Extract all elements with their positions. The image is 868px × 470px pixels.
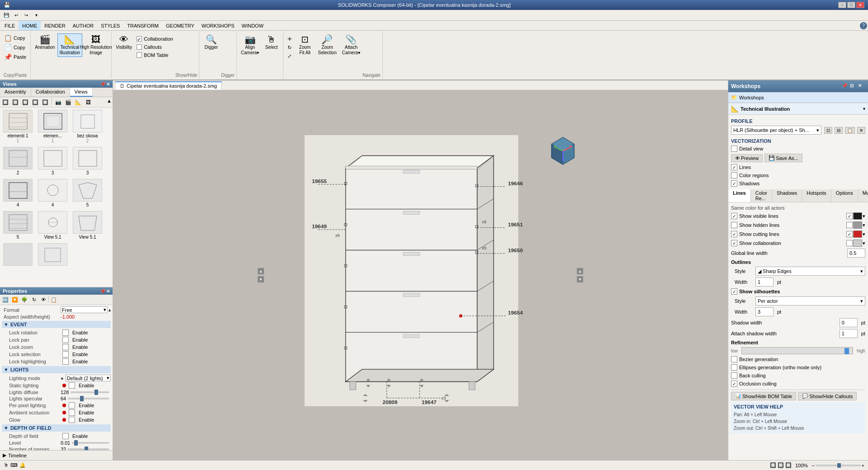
menu-workshops[interactable]: WORKSHOPS (198, 21, 238, 30)
view-item-4b[interactable]: 4 (36, 178, 70, 209)
sil-width-input[interactable] (755, 307, 774, 316)
backculling-check[interactable] (731, 372, 737, 379)
statusbar-zoom-slider-area[interactable]: − + (811, 463, 864, 468)
cutting-color-check[interactable] (846, 231, 853, 237)
view-item-3b[interactable]: 3 (71, 146, 104, 177)
views-tb-btn2[interactable]: 🔲 (11, 98, 20, 106)
tab-views[interactable]: Views (70, 88, 93, 97)
dolly-btn[interactable]: ⤢ (285, 52, 294, 60)
refinement-slider[interactable] (741, 347, 853, 354)
menu-author[interactable]: AUTHOR (69, 21, 97, 30)
preview-btn[interactable]: 👁 Preview (731, 154, 763, 162)
views-pin-btn[interactable]: 📌 (100, 82, 105, 87)
section-lights[interactable]: ▼ LIGHTS (2, 366, 111, 373)
props-refresh-btn[interactable]: ↻ (29, 296, 38, 304)
timeline-bar[interactable]: ▶ Timeline (0, 450, 113, 460)
refinement-thumb[interactable] (844, 348, 849, 354)
perpixel-check[interactable] (69, 402, 75, 409)
close-btn[interactable]: ✕ (856, 2, 864, 8)
glow-check[interactable] (69, 417, 75, 423)
profile-icons-btn2[interactable]: ⊟ (835, 127, 843, 134)
view-item-2a[interactable]: 2 (1, 146, 35, 177)
ellipses-check[interactable] (731, 364, 737, 371)
detail-view-check[interactable] (731, 146, 737, 152)
zoom-fitall-btn[interactable]: ⊡ ZoomFit All (295, 33, 315, 57)
lightingmode-dropdown[interactable]: Default (2 lights) ▾ (66, 375, 111, 381)
lightsspecular-slider[interactable] (68, 398, 109, 400)
views-tb-btn4[interactable]: 🔲 (31, 98, 40, 106)
show-hide-callouts-btn[interactable]: 💬 Show/Hide Callouts (798, 392, 857, 400)
zoom-selection-btn[interactable]: 🔎 ZoomSelection (316, 33, 339, 57)
occlusionculling-check[interactable] (731, 381, 737, 387)
doflevel-slider[interactable] (72, 442, 109, 444)
workshops-header-btns[interactable]: 📌 ⊡ ✕ (842, 83, 865, 89)
high-res-image-btn[interactable]: 🖼 High ResolutionImage (82, 33, 109, 57)
views-header-btns[interactable]: 📌 ✕ (100, 82, 110, 87)
view-item-3a[interactable]: 3 (36, 146, 70, 177)
select-btn[interactable]: 🖱 Select (261, 33, 281, 52)
visible-color-swatch[interactable] (853, 212, 862, 220)
visible-color-arrow[interactable]: ▾ (863, 213, 865, 219)
hidden-color-dropdown[interactable]: ▾ (846, 221, 865, 229)
menu-geometry[interactable]: GEOMETRY (162, 21, 198, 30)
ws-tab-color[interactable]: Color Re... (751, 189, 772, 202)
views-tb-btn6[interactable]: 📷 (54, 98, 63, 106)
shadows-check[interactable] (731, 180, 737, 187)
lockrotation-check[interactable] (62, 329, 69, 336)
help-icon[interactable]: ? (860, 22, 867, 29)
visibility-btn[interactable]: 👁 Visibility (113, 33, 134, 52)
viewport-tab-main[interactable]: 🗋 Cipelar eventualna kasnija dorada-2.sm… (115, 81, 222, 89)
lockselection-check[interactable] (62, 351, 69, 357)
profile-icons-btn1[interactable]: ⊡ (824, 127, 832, 134)
global-lw-input[interactable] (847, 249, 865, 258)
menu-styles[interactable]: STYLES (97, 21, 123, 30)
nav-left-btn[interactable]: ▲ (258, 268, 264, 274)
bezier-check[interactable] (731, 356, 737, 362)
attach-shadow-input[interactable] (840, 329, 858, 338)
saveas-btn[interactable]: 💾 Save As... (764, 154, 802, 162)
nav-right-btn[interactable]: ▲ (577, 268, 583, 274)
show-collab-check[interactable] (731, 240, 737, 246)
format-expand-btn[interactable]: ▴ (108, 307, 111, 312)
view-item-5b[interactable]: 5 (1, 210, 35, 241)
staticlighting-check[interactable] (69, 382, 75, 389)
profile-icons-btn4[interactable]: ✕ (857, 127, 865, 134)
menu-file[interactable]: FILE (1, 21, 19, 30)
align-camera-btn[interactable]: 📷 AlignCamera▾ (239, 33, 262, 57)
ws-tab-multiple[interactable]: Multiple (858, 189, 868, 202)
lightsdiffuse-slider[interactable] (71, 391, 109, 393)
pan-btn[interactable]: ✛ (285, 35, 294, 43)
menu-render[interactable]: RENDER (41, 21, 69, 30)
views-tb-btn5[interactable]: 🔲 (41, 98, 50, 106)
tab-assembly[interactable]: Assembly (0, 88, 31, 97)
tab-collaboration[interactable]: Collaboration (31, 88, 70, 97)
ws-tab-shadows[interactable]: Shadows (772, 189, 802, 202)
workshops-close-btn[interactable]: ✕ (858, 83, 865, 89)
profile-icons-btn3[interactable]: 📋 (845, 127, 855, 134)
zoom-thumb[interactable] (837, 463, 841, 468)
lockhighlight-check[interactable] (62, 358, 69, 365)
profile-dropdown[interactable]: HLR (Silhouette per object) + Sh... ▾ (731, 126, 821, 135)
navigation-cube[interactable] (547, 135, 579, 168)
doflevel-thumb[interactable] (74, 440, 78, 446)
props-close-btn[interactable]: ✕ (106, 289, 110, 294)
outlines-style-dropdown[interactable]: ◢ Sharp Edges ▾ (755, 267, 865, 276)
show-hide-bom-btn[interactable]: 📊 Show/Hide BOM Table (731, 392, 796, 400)
view-item-view51b[interactable]: View 5.1 (71, 210, 104, 241)
workshops-float-btn[interactable]: ⊡ (850, 83, 857, 89)
menu-home[interactable]: HOME (19, 21, 41, 30)
digger-btn[interactable]: 🔍 Digger (201, 33, 221, 52)
view-item-bezokova[interactable]: bez okova 2 (71, 108, 104, 145)
menu-transform[interactable]: TRANSFORM (123, 21, 162, 30)
viewport[interactable]: ▲ ▼ ▲ ▼ (113, 90, 728, 460)
lockzoom-check[interactable] (62, 344, 69, 350)
lightsspecular-thumb[interactable] (80, 396, 84, 401)
lines-check[interactable] (731, 164, 737, 170)
view-item-elemen[interactable]: elemen... 1 (36, 108, 70, 145)
collab-color-arrow[interactable]: ▾ (863, 240, 865, 246)
view-item-6a[interactable] (1, 242, 35, 267)
views-tb-btn7[interactable]: 🎬 (64, 98, 73, 106)
collab-color-check[interactable] (846, 240, 853, 246)
numpasses-thumb[interactable] (85, 446, 88, 450)
bom-table-btn[interactable]: BOM Table (134, 52, 175, 59)
